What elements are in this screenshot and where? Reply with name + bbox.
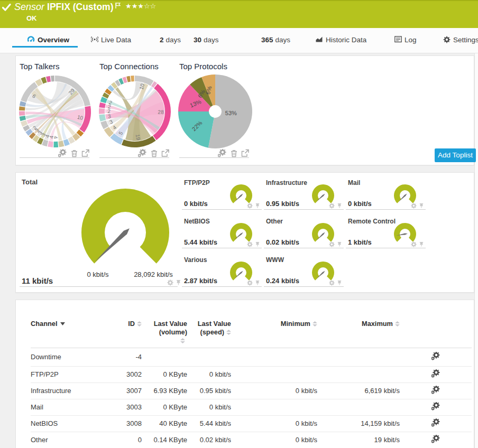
gear-icon[interactable] [329,280,335,286]
column-header-channel[interactable]: Channel [31,300,121,348]
sort-icon[interactable] [180,338,185,343]
tab-historic-data[interactable]: Historic Data [316,33,366,47]
trash-icon[interactable] [230,149,238,157]
channel-gauge-value: 5.44 kbit/s [184,238,217,246]
total-gauge [78,185,173,280]
gears-icon[interactable] [58,149,67,157]
toplists-panel: Top Talkers291044433326Top Connections10… [15,55,474,165]
gauges-panel: Total 0 kbit/s 28,092 kbit/s 11 kbit/s F… [15,172,474,293]
cell-channel: Other [31,432,121,448]
pin-icon[interactable] [337,280,342,286]
cell-id: 0 [121,432,142,448]
cell-channel: Mail [31,399,121,415]
cell-maximum: 6,619 kbit/s [317,382,400,399]
gears-icon[interactable] [431,352,440,360]
cell-actions [400,366,472,382]
column-header-id[interactable]: ID [121,300,142,348]
column-header-actions [400,300,472,348]
sort-icon[interactable] [312,321,317,326]
scrollbar-track[interactable] [474,53,478,448]
tab-number: 365 [261,36,273,44]
stars-filled[interactable]: ★★★ [125,2,144,10]
column-header-last-value-volume[interactable]: Last Value(volume) [142,300,187,348]
flag-icon[interactable] [115,3,121,9]
tab-30-days[interactable]: 30days [194,33,219,47]
channel-gauge-value: 0 kbit/s [348,200,372,208]
tab-2-days[interactable]: 2days [160,33,181,47]
trash-icon[interactable] [70,149,78,157]
sort-icon[interactable] [226,330,231,335]
toplist-top-connections: Top Connections1028195433222 [99,56,170,165]
sort-icon[interactable] [137,321,142,326]
sensor-kind-label: Sensor [14,2,44,12]
pin-icon[interactable] [337,203,342,209]
pin-icon[interactable] [176,279,181,286]
column-header-minimum[interactable]: Minimum [231,300,317,348]
gear-icon[interactable] [329,241,335,247]
pin-icon[interactable] [337,241,342,247]
column-header-maximum[interactable]: Maximum [317,300,400,348]
cell-last-value-speed: 0.02 kbit/s [187,432,231,448]
external-link-icon[interactable] [161,149,170,157]
stars-empty[interactable]: ☆☆ [144,2,156,10]
chord-chart[interactable]: 291044433326 [18,74,95,152]
channels-table: Channel ID Last Value(volume) Last Value… [31,300,472,448]
tab-overview[interactable]: Overview [27,33,69,47]
pin-icon[interactable] [419,241,424,247]
external-link-icon[interactable] [241,149,250,157]
gears-icon[interactable] [431,418,440,427]
gear-icon[interactable] [247,241,253,247]
tab-365-days[interactable]: 365days [261,33,290,47]
gear-icon[interactable] [247,280,253,286]
priority-stars[interactable]: ★★★☆☆ [125,2,156,10]
pin-icon[interactable] [255,203,260,209]
gears-icon[interactable] [431,369,440,378]
gears-icon[interactable] [431,402,440,410]
cell-id: 3007 [121,382,142,399]
cell-maximum [317,399,400,415]
gears-icon[interactable] [431,435,440,443]
donut-chart[interactable]: 53%22%13%6%6% [178,74,255,151]
sort-icon[interactable] [395,321,400,326]
add-toplist-button[interactable]: Add Toplist [435,148,476,162]
gear-icon[interactable] [411,203,417,209]
trash-icon[interactable] [150,149,158,157]
cell-id: 3002 [121,366,142,382]
toplist-title: Top Talkers [20,62,60,71]
gears-icon[interactable] [138,149,147,157]
cell-last-value-volume: 40 KByte [142,415,187,432]
tab-log[interactable]: Log [394,33,417,47]
chord-chart[interactable]: 1028195433222 [98,74,175,152]
pin-icon[interactable] [255,241,260,247]
tab-number: 30 [194,36,201,44]
gauge-cell-mail: Mail0 kbit/s [346,176,426,213]
gear-icon[interactable] [247,203,253,209]
gear-icon[interactable] [411,241,417,247]
cell-last-value-volume: 0.14 KByte [142,432,187,448]
gauge-cell-infrastructure: Infrastructure0.95 kbit/s [264,176,344,213]
tab-label: Log [405,36,417,44]
toplist-actions [58,149,90,157]
external-link-icon[interactable] [81,149,90,157]
tab-live-data[interactable]: Live Data [91,33,131,47]
gear-icon[interactable] [329,203,335,209]
cell-last-value-volume [142,348,187,366]
channel-gauge-value: 0.95 kbit/s [266,200,299,208]
gauge-separator [182,248,262,248]
column-header-last-value-speed[interactable]: Last Value(speed) [187,300,231,348]
total-separator [20,286,178,287]
cell-id: 3003 [121,399,142,415]
tab-settings[interactable]: Settings [443,33,478,47]
header-top-edge [0,0,478,1]
svg-text:53%: 53% [225,110,237,116]
gear-icon [443,36,451,43]
pin-icon[interactable] [419,203,424,209]
channel-gauge-actions [247,280,260,286]
cell-maximum [317,366,400,382]
total-gauge-min-label: 0 kbit/s [71,270,124,278]
gears-icon[interactable] [218,149,227,157]
total-gauge-title: Total [22,178,38,186]
gears-icon[interactable] [431,386,440,394]
gear-icon[interactable] [167,279,173,286]
pin-icon[interactable] [255,280,260,286]
